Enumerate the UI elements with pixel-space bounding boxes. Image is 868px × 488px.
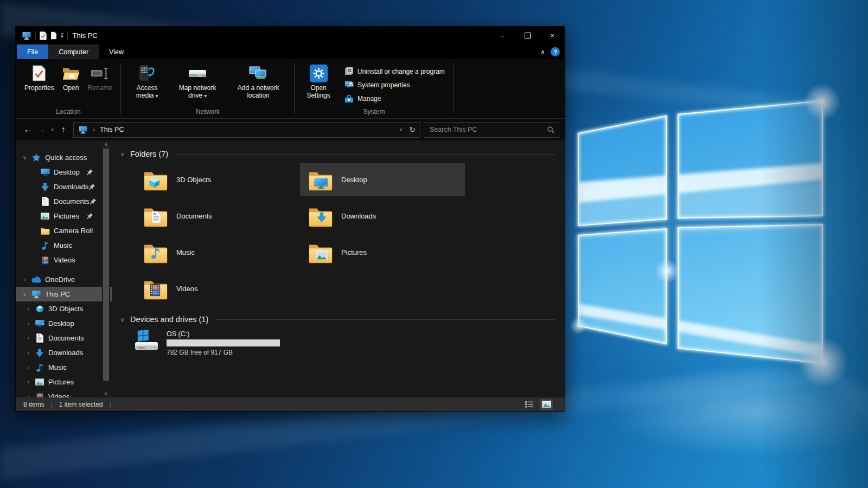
window-controls: – × (490, 27, 565, 44)
thumbnail-view-button[interactable] (540, 399, 553, 410)
sidebar-item-pc-desktop[interactable]: › Desktop (16, 316, 112, 331)
folder-label: Music (176, 248, 195, 256)
sidebar-item-label: Downloads (54, 183, 88, 191)
system-properties-button[interactable]: System properties (341, 78, 448, 92)
recent-locations-chevron-icon[interactable]: ∨ (48, 123, 56, 137)
breadcrumb-separator-icon: › (93, 126, 95, 133)
title-bar[interactable]: ▾ This PC – × (16, 27, 565, 44)
help-icon[interactable]: ? (551, 47, 560, 56)
access-media-button[interactable]: Access media ▾ (126, 62, 168, 100)
sidebar-item-downloads[interactable]: Downloads (16, 179, 112, 194)
chevron-right-icon[interactable]: › (25, 379, 32, 385)
close-button[interactable]: × (540, 27, 565, 44)
pin-icon (90, 198, 97, 205)
sidebar-item-pictures[interactable]: Pictures (16, 209, 112, 223)
scroll-up-icon[interactable]: ∧ (104, 142, 108, 147)
sidebar-item-this-pc[interactable]: ∨ This PC (16, 287, 112, 301)
sidebar-scrollbar[interactable]: ∧ ∨ (102, 142, 110, 396)
hard-drive-icon (133, 330, 160, 352)
chevron-right-icon[interactable]: › (21, 277, 29, 282)
chevron-right-icon[interactable]: › (25, 394, 32, 397)
folder-tile-downloads[interactable]: Downloads (300, 200, 465, 232)
devices-section-header[interactable]: ∨ Devices and drives (1) (120, 313, 559, 325)
minimize-button[interactable]: – (490, 27, 515, 44)
chevron-right-icon[interactable]: › (25, 306, 32, 312)
sidebar-item-quick-access[interactable]: ∨ Quick access (16, 150, 112, 165)
sidebar-item-3d-objects[interactable]: › 3D Objects (16, 301, 112, 316)
maximize-button[interactable] (515, 27, 540, 44)
sidebar-item-pc-downloads[interactable]: › Downloads (16, 345, 112, 360)
folders-section-header[interactable]: ∨ Folders (7) (120, 148, 559, 160)
manage-button[interactable]: Manage (341, 92, 448, 105)
collapse-ribbon-icon[interactable]: ∧ (541, 49, 545, 55)
back-button[interactable]: ← (21, 123, 35, 137)
cube-icon (34, 305, 45, 313)
breadcrumb-location[interactable]: This PC (100, 126, 124, 133)
onedrive-cloud-icon (31, 276, 42, 283)
open-button[interactable]: Open (59, 62, 83, 92)
section-divider (216, 319, 555, 320)
folder-tile-documents[interactable]: Documents (135, 200, 300, 232)
chevron-down-icon[interactable]: ∨ (21, 155, 29, 160)
folder-tile-pictures[interactable]: Pictures (300, 236, 465, 268)
section-chevron-icon[interactable]: ∨ (120, 151, 130, 157)
sidebar-item-label: Music (48, 363, 67, 371)
drive-tile-os-c[interactable]: OS (C:) 782 GB free of 917 GB (133, 330, 559, 356)
sidebar-item-pc-videos[interactable]: › Videos (16, 389, 112, 397)
drive-label: OS (C:) (167, 330, 280, 338)
folder-documents-icon (143, 204, 168, 228)
folder-tile-music[interactable]: Music (135, 236, 300, 268)
ribbon-helpers: ∧ ? (541, 44, 565, 59)
scrollbar-thumb[interactable] (103, 149, 109, 381)
details-view-button[interactable] (522, 399, 535, 410)
address-dropdown-chevron-icon[interactable]: ∨ (399, 127, 403, 132)
chevron-down-icon[interactable]: ∨ (21, 291, 29, 297)
chevron-right-icon[interactable]: › (25, 364, 32, 370)
search-icon[interactable] (547, 126, 554, 133)
sidebar-item-label: Quick access (45, 153, 87, 162)
properties-button[interactable]: Properties (21, 62, 58, 92)
chevron-right-icon[interactable]: › (25, 320, 32, 326)
map-network-drive-button[interactable]: Map network drive ▾ (169, 62, 226, 100)
add-network-location-button[interactable]: Add a network location (227, 62, 289, 99)
folder-tile-videos[interactable]: Videos (135, 272, 300, 305)
rename-label: Rename (88, 84, 112, 92)
tab-view[interactable]: View (99, 44, 134, 59)
tab-computer[interactable]: Computer (48, 44, 99, 59)
window-title: This PC (73, 31, 98, 40)
refresh-icon[interactable]: ↻ (409, 125, 416, 134)
sidebar-item-videos[interactable]: Videos (16, 253, 112, 267)
ribbon-group-system: Open Settings Uninstall or change a prog… (295, 59, 454, 118)
sidebar-item-label: This PC (45, 290, 70, 298)
search-input[interactable] (429, 125, 544, 134)
breadcrumb[interactable]: › This PC ∨ ↻ (73, 122, 420, 138)
computer-icon (22, 31, 31, 40)
sidebar-item-onedrive[interactable]: › OneDrive (16, 272, 112, 287)
chevron-right-icon[interactable]: › (25, 335, 32, 341)
up-button[interactable]: ↑ (56, 123, 70, 137)
sidebar-item-music[interactable]: Music (16, 238, 112, 253)
view-toggles (522, 399, 557, 410)
sidebar-item-documents[interactable]: Documents (16, 194, 112, 209)
sidebar-item-desktop[interactable]: Desktop (16, 165, 112, 179)
folder-tile-3d-objects[interactable]: 3D Objects (135, 163, 300, 196)
new-item-quick-icon[interactable] (50, 31, 57, 40)
network-buttons: Access media ▾ Map network drive ▾ Add a… (126, 62, 289, 105)
sidebar-item-pc-music[interactable]: › Music (16, 360, 112, 375)
sidebar-item-label: Documents (54, 197, 90, 206)
properties-quick-icon[interactable] (40, 31, 47, 40)
customize-toolbar-dropdown-icon[interactable]: ▾ (61, 33, 63, 38)
search-box[interactable] (424, 122, 559, 138)
sidebar-item-pc-pictures[interactable]: › Pictures (16, 375, 112, 389)
chevron-right-icon[interactable]: › (25, 350, 32, 356)
picture-icon (40, 213, 50, 220)
sidebar-item-camera-roll[interactable]: Camera Roll (16, 223, 112, 238)
folder-tile-desktop[interactable]: Desktop (300, 163, 465, 196)
uninstall-program-button[interactable]: Uninstall or change a program (341, 65, 448, 78)
group-label-location: Location (21, 105, 116, 118)
tab-file[interactable]: File (17, 44, 48, 59)
section-chevron-icon[interactable]: ∨ (120, 317, 130, 323)
sidebar-item-pc-documents[interactable]: › Documents (16, 331, 112, 345)
scroll-down-icon[interactable]: ∨ (104, 391, 108, 396)
open-settings-button[interactable]: Open Settings (300, 62, 337, 105)
